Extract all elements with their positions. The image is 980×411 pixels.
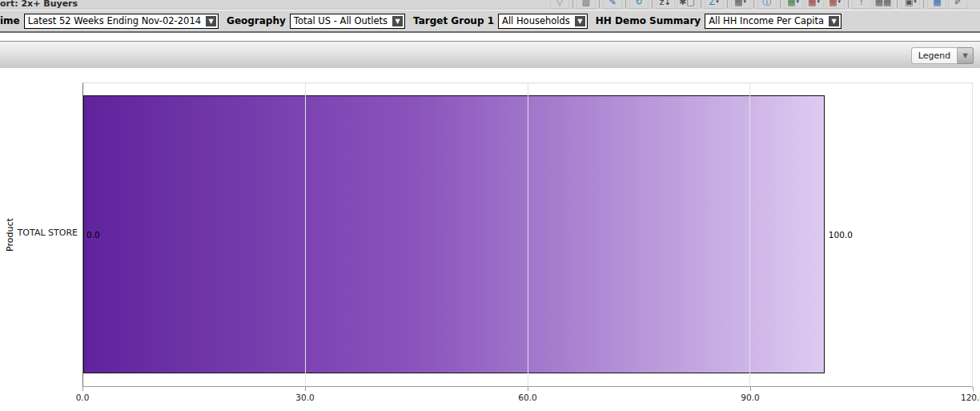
x-axis-tick	[82, 387, 83, 391]
time-selected-value: Latest 52 Weeks Ending Nov-02-2014	[28, 15, 201, 26]
combo-dropdown-arrow-icon[interactable]: ▼	[828, 15, 840, 27]
total-store-bar[interactable]: 0.0	[83, 95, 825, 373]
target-group-1-select[interactable]: All Households▼	[498, 14, 588, 29]
combo-dropdown-arrow-icon[interactable]: ▼	[205, 15, 217, 27]
category-label: TOTAL STORE	[0, 228, 78, 238]
legend-dropdown-button[interactable]: ▼	[958, 47, 974, 64]
edit-layout-icon-glyph: ✎	[608, 0, 616, 6]
toolbar-separator	[923, 0, 924, 8]
add-column-icon[interactable]: ▦▾	[784, 0, 803, 9]
gridline	[305, 83, 306, 386]
geography-select[interactable]: Total US - All Outlets▼	[290, 14, 405, 29]
toolbar-separator	[897, 0, 898, 8]
x-axis-tick	[973, 387, 974, 391]
bar-end-value: 100.0	[829, 230, 853, 240]
refresh-icon-glyph: ↻	[635, 0, 642, 6]
toolbar-separator	[652, 0, 653, 8]
toolbar-separator	[780, 0, 781, 8]
chevron-down-icon: ▼	[962, 52, 967, 59]
edit-layout-icon[interactable]: ✎	[603, 0, 622, 9]
gridline	[749, 83, 750, 386]
geography-selected-value: Total US - All Outlets	[294, 15, 388, 26]
info-icon[interactable]: ⓘ	[757, 0, 777, 9]
hh-demo-summary-label: HH Demo Summary	[596, 15, 701, 26]
add-column-icon-glyph: ▦	[787, 0, 795, 6]
x-axis-tick	[305, 387, 306, 391]
gridline	[528, 83, 528, 386]
zoom-icon-glyph: Z	[709, 0, 716, 6]
x-axis-tick-label: 90.0	[741, 393, 759, 402]
top-toolbar: ort: 2x+ Buyers ▽▥✎↻z↓✱▢Z▾▦▾ⓘ▦▾▦▾▦▾!▦▦▣▾…	[0, 0, 980, 10]
toolbar-icons: ▽▥✎↻z↓✱▢Z▾▦▾ⓘ▦▾▦▾▦▾!▦▦▣▾▦✐	[549, 0, 968, 10]
sort-descending-icon-glyph: z↓	[660, 0, 672, 6]
filter-time: imeLatest 52 Weeks Ending Nov-02-2014▼	[0, 14, 219, 29]
dropdown-arrow-icon: ▾	[817, 0, 821, 5]
hh-demo-summary-selected-value: All HH Income Per Capita	[709, 15, 824, 26]
zoom-icon[interactable]: Z▾	[705, 0, 724, 9]
bar-start-value: 0.0	[86, 230, 100, 240]
chart-columns-icon-glyph: ▥	[582, 0, 590, 6]
export-icon[interactable]: ▣▾	[901, 0, 920, 9]
pencil-icon[interactable]: ✐	[948, 0, 967, 9]
insert-cell-icon-glyph: ✱▢	[679, 0, 695, 6]
geography-label: Geography	[227, 15, 286, 26]
alert-icon-glyph: !	[859, 0, 862, 6]
pencil-icon-glyph: ✐	[954, 0, 962, 6]
toolbar-separator	[625, 0, 626, 8]
toolbar-separator	[727, 0, 728, 8]
chart-area: Product TOTAL STORE 0.0 100.0 0.030.060.…	[0, 68, 980, 411]
combo-dropdown-arrow-icon[interactable]: ▼	[392, 15, 404, 27]
combo-dropdown-arrow-icon[interactable]: ▼	[574, 15, 586, 27]
filter-bar: imeLatest 52 Weeks Ending Nov-02-2014▼Ge…	[0, 10, 980, 33]
filter-icon[interactable]: ▽	[550, 0, 569, 9]
toolbar-separator	[599, 0, 600, 8]
x-axis-tick-label: 60.0	[518, 393, 536, 402]
compare-tables-icon-glyph: ▦▦	[875, 0, 892, 6]
x-axis-tick-label: 30.0	[295, 393, 314, 402]
sort-descending-icon[interactable]: z↓	[656, 0, 675, 9]
x-axis-tick	[528, 387, 528, 391]
target-group-1-selected-value: All Households	[502, 15, 570, 26]
move-column-icon[interactable]: ▦▾	[805, 0, 824, 9]
dropdown-arrow-icon: ▾	[716, 0, 719, 5]
copy-table-icon[interactable]: ▦	[927, 0, 946, 9]
grid-layout-icon-glyph: ▦	[734, 0, 742, 6]
plot-area: 0.0 100.0	[82, 83, 973, 387]
toolbar-separator	[701, 0, 701, 8]
x-axis-tick	[750, 387, 751, 391]
report-title: ort: 2x+ Buyers	[0, 0, 78, 9]
app-window: ort: 2x+ Buyers ▽▥✎↻z↓✱▢Z▾▦▾ⓘ▦▾▦▾▦▾!▦▦▣▾…	[0, 0, 980, 411]
compare-tables-icon[interactable]: ▦▦	[873, 0, 894, 9]
grid-layout-icon[interactable]: ▦▾	[731, 0, 750, 9]
insert-cell-icon[interactable]: ✱▢	[677, 0, 697, 9]
remove-column-icon-glyph: ▦	[829, 0, 837, 6]
x-axis-tick-label: 120.0	[961, 393, 980, 402]
chart-columns-icon[interactable]: ▥	[576, 0, 596, 9]
filter-icon-glyph: ▽	[556, 0, 563, 6]
move-column-icon-glyph: ▦	[808, 0, 816, 6]
export-icon-glyph: ▣	[905, 0, 913, 6]
toolbar-separator	[753, 0, 754, 8]
target-group-1-label: Target Group 1	[413, 15, 494, 26]
refresh-icon[interactable]: ↻	[629, 0, 649, 9]
time-select[interactable]: Latest 52 Weeks Ending Nov-02-2014▼	[24, 14, 219, 29]
gridline	[972, 83, 973, 386]
dropdown-arrow-icon: ▾	[838, 0, 841, 5]
legend-control: Legend ▼	[911, 47, 974, 64]
toolbar-separator	[848, 0, 849, 8]
remove-column-icon[interactable]: ▦▾	[825, 0, 845, 9]
copy-table-icon-glyph: ▦	[933, 0, 941, 6]
dropdown-arrow-icon: ▾	[914, 0, 917, 5]
x-axis-tick-label: 0.0	[76, 393, 90, 402]
dropdown-arrow-icon: ▾	[744, 0, 747, 5]
filter-geography: GeographyTotal US - All Outlets▼	[227, 14, 405, 29]
alert-icon[interactable]: !	[852, 0, 871, 9]
chart-header-band: Legend ▼	[0, 41, 980, 69]
filter-target-group-1: Target Group 1All Households▼	[413, 14, 588, 29]
info-icon-glyph: ⓘ	[762, 0, 771, 6]
hh-demo-summary-select[interactable]: All HH Income Per Capita▼	[705, 14, 841, 29]
legend-button[interactable]: Legend	[911, 47, 958, 64]
toolbar-separator	[572, 0, 573, 8]
filter-hh-demo-summary: HH Demo SummaryAll HH Income Per Capita▼	[596, 14, 841, 29]
time-label: ime	[0, 15, 20, 26]
